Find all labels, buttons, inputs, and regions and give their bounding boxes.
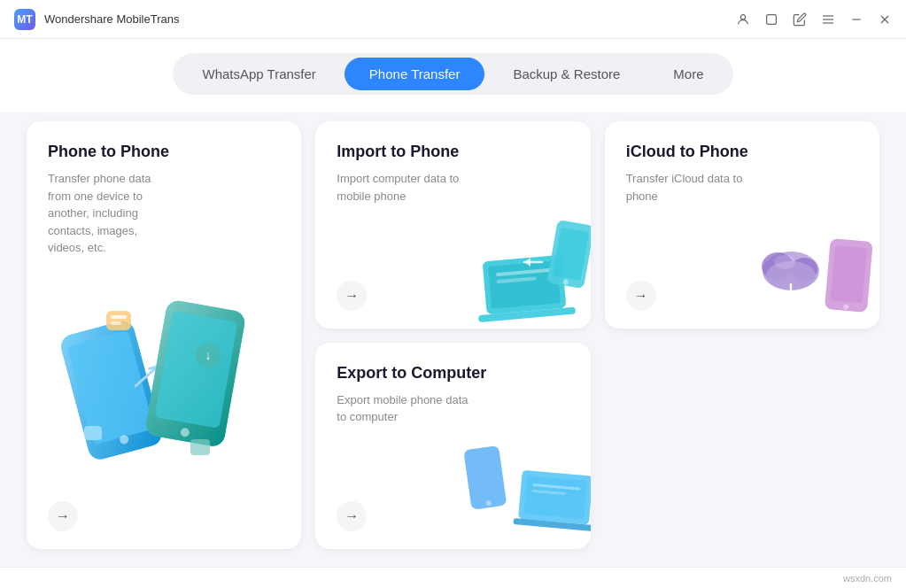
svg-rect-24 [84,426,102,440]
svg-point-44 [774,255,795,269]
close-button[interactable] [878,12,892,27]
edit-button[interactable] [793,12,807,27]
import-illustration [458,213,591,329]
window-button[interactable] [764,12,778,27]
card-phone-to-phone-desc: Transfer phone data from one device to a… [48,170,175,257]
profile-button[interactable] [736,12,750,27]
app-icon: MT [14,9,35,30]
tab-more[interactable]: More [648,58,728,90]
svg-rect-20 [111,321,121,325]
card-phone-to-phone-arrow[interactable]: → [48,501,78,531]
bottom-bar: wsxdn.com [0,567,906,588]
card-phone-to-phone[interactable]: Phone to Phone Transfer phone data from … [27,121,301,549]
svg-rect-11 [67,330,154,445]
card-export-title: Export to Computer [337,364,569,383]
tab-backup[interactable]: Backup & Restore [488,58,645,90]
menu-button[interactable] [821,12,835,27]
svg-rect-18 [106,311,131,330]
card-export-desc: Export mobile phone data to computer [337,391,476,426]
card-icloud-to-phone[interactable]: iCloud to Phone Transfer iCloud data to … [605,121,879,329]
main-content: Phone to Phone Transfer phone data from … [0,112,906,567]
svg-rect-52 [523,476,586,519]
title-bar-left: MT Wondershare MobileTrans [14,9,179,30]
tab-whatsapp[interactable]: WhatsApp Transfer [177,58,340,90]
icloud-illustration [755,213,879,329]
card-import-desc: Import computer data to mobile phone [337,170,476,205]
svg-rect-19 [111,315,127,319]
card-icloud-title: iCloud to Phone [626,143,858,161]
svg-point-0 [740,14,745,19]
card-import-title: Import to Phone [337,143,569,161]
tab-phone[interactable]: Phone Transfer [345,58,485,90]
bottom-text: wsxdn.com [843,573,892,584]
card-icloud-arrow[interactable]: → [626,281,656,311]
svg-rect-23 [190,439,210,455]
title-bar: MT Wondershare MobileTrans [0,0,906,39]
nav-bar: WhatsApp Transfer Phone Transfer Backup … [0,39,906,112]
card-import-to-phone[interactable]: Import to Phone Import computer data to … [315,121,590,329]
svg-rect-1 [767,14,777,24]
svg-marker-56 [515,469,523,480]
minimize-button[interactable] [849,12,863,27]
card-export-arrow[interactable]: → [337,501,367,531]
nav-tabs: WhatsApp Transfer Phone Transfer Backup … [173,53,732,95]
phone-to-phone-illustration: ↓ [58,289,270,484]
card-phone-to-phone-title: Phone to Phone [48,143,280,161]
export-illustration [458,434,591,549]
card-icloud-desc: Transfer iCloud data to phone [626,170,765,205]
svg-text:↓: ↓ [205,348,212,362]
window-controls [736,12,892,27]
card-import-arrow[interactable]: → [337,281,367,311]
app-title: Wondershare MobileTrans [44,12,179,26]
svg-marker-45 [786,295,796,302]
svg-rect-38 [831,245,867,303]
card-export-to-computer[interactable]: Export to Computer Export mobile phone d… [315,343,590,550]
